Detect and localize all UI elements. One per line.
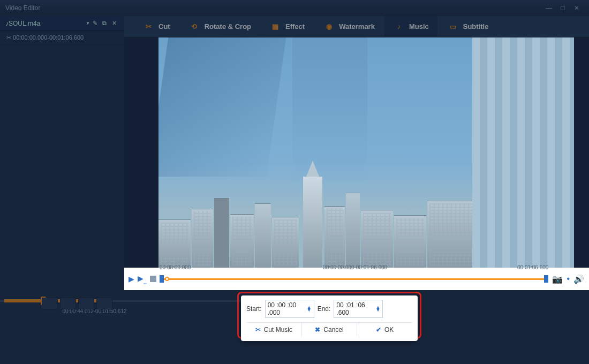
dialog-ok-button[interactable]: ✔OK	[357, 323, 412, 337]
scrub-start-label: 00:00:00.000	[160, 264, 191, 270]
speaker-icon[interactable]: 🔊	[573, 274, 585, 284]
end-value: 00 :01 :06 .600	[336, 301, 375, 316]
clip-icon: ✂	[6, 34, 11, 41]
chunk[interactable]	[42, 298, 58, 309]
start-label: Start:	[246, 305, 262, 313]
watermark-icon: ◉	[323, 21, 335, 33]
tab-cut-label: Cut	[158, 22, 170, 31]
edit-icon[interactable]: ✎	[90, 20, 100, 27]
end-label: End:	[318, 305, 331, 313]
spinner-icon[interactable]: ▲▼	[375, 306, 380, 312]
scrub-end-label: 00:01:06.600	[517, 264, 548, 270]
chunk[interactable]	[78, 298, 94, 309]
spinner-icon[interactable]: ▲▼	[307, 306, 312, 312]
close-file-icon[interactable]: ✕	[109, 20, 119, 27]
tab-watermark-label: Watermark	[339, 22, 375, 31]
left-handle[interactable]	[160, 275, 164, 283]
dialog-cancel-label: Cancel	[323, 326, 343, 333]
scrub-range-label: 00:00:00.000-00:01:06.600	[323, 264, 387, 270]
tab-cut[interactable]: ✂Cut	[134, 16, 179, 37]
file-name: SOUL.m4a	[9, 20, 84, 27]
start-value: 00 :00 :00 .000	[268, 301, 307, 316]
x-icon: ✖	[315, 326, 320, 333]
titlebar: Video Editor — □ ✕	[0, 0, 589, 16]
dialog-ok-label: OK	[384, 326, 394, 333]
tab-rotate[interactable]: ⟲Rotate & Crop	[180, 16, 260, 37]
end-input[interactable]: 00 :01 :06 .600▲▼	[334, 300, 383, 318]
play-range-icon[interactable]: ▶▁	[138, 274, 147, 284]
cut-music-button[interactable]: ✂Cut Music	[246, 323, 302, 337]
tab-rotate-label: Rotate & Crop	[205, 22, 251, 31]
tab-music-label: Music	[409, 22, 429, 31]
rotate-icon: ⟲	[188, 21, 200, 33]
file-header[interactable]: ♪ SOUL.m4a ▼ ✎ ⧉ ✕	[0, 16, 124, 31]
chunk[interactable]	[60, 298, 76, 309]
minimize-icon[interactable]: —	[542, 3, 556, 13]
tab-watermark[interactable]: ◉Watermark	[314, 16, 383, 37]
start-input[interactable]: 00 :00 :00 .000▲▼	[265, 300, 314, 318]
music-icon: ♪	[393, 21, 405, 33]
dropdown-icon[interactable]: ▼	[86, 21, 90, 26]
subtitle-icon: ▭	[447, 21, 459, 33]
scrub-timeline[interactable]: 00:00:00.000 00:00:00.000-00:01:06.600 0…	[160, 274, 548, 284]
close-icon[interactable]: ✕	[570, 3, 584, 13]
tab-music[interactable]: ♪Music	[384, 16, 437, 37]
play-icon[interactable]: ▶	[129, 275, 134, 283]
tab-effect-label: Effect	[285, 22, 305, 31]
tab-effect[interactable]: ▦Effect	[261, 16, 313, 37]
cut-icon: ✂	[142, 21, 154, 33]
tab-subtitle-label: Subtitle	[463, 22, 489, 31]
playhead[interactable]	[165, 277, 169, 281]
tab-subtitle[interactable]: ▭Subtitle	[439, 16, 497, 37]
clip-range-text: 00:00:00.000-00:01:06.600	[13, 34, 84, 41]
cut-music-dialog: Start: 00 :00 :00 .000▲▼ End: 00 :01 :06…	[241, 295, 418, 341]
scissors-icon: ✂	[255, 326, 261, 333]
window-title: Video Editor	[5, 4, 542, 12]
clip-range-item[interactable]: ✂ 00:00:00.000-00:01:06.600	[0, 31, 124, 45]
effect-icon: ▦	[269, 21, 281, 33]
chunk[interactable]	[96, 298, 112, 309]
right-handle[interactable]	[544, 275, 548, 283]
tool-tabs: ✂Cut ⟲Rotate & Crop ▦Effect ◉Watermark ♪…	[124, 16, 589, 37]
video-preview	[158, 37, 574, 268]
dialog-cancel-button[interactable]: ✖Cancel	[302, 323, 358, 337]
check-icon: ✔	[376, 326, 381, 333]
copy-icon[interactable]: ⧉	[100, 20, 109, 27]
maximize-icon[interactable]: □	[556, 3, 570, 13]
cut-music-label: Cut Music	[264, 326, 292, 333]
stop-icon[interactable]	[150, 276, 156, 282]
snapshot-icon[interactable]: 📷	[552, 274, 563, 284]
scrub-bar: ▶ ▶▁ 00:00:00.000 00:00:00.000-00:01:06.…	[124, 268, 589, 290]
chunk-row	[42, 298, 112, 309]
